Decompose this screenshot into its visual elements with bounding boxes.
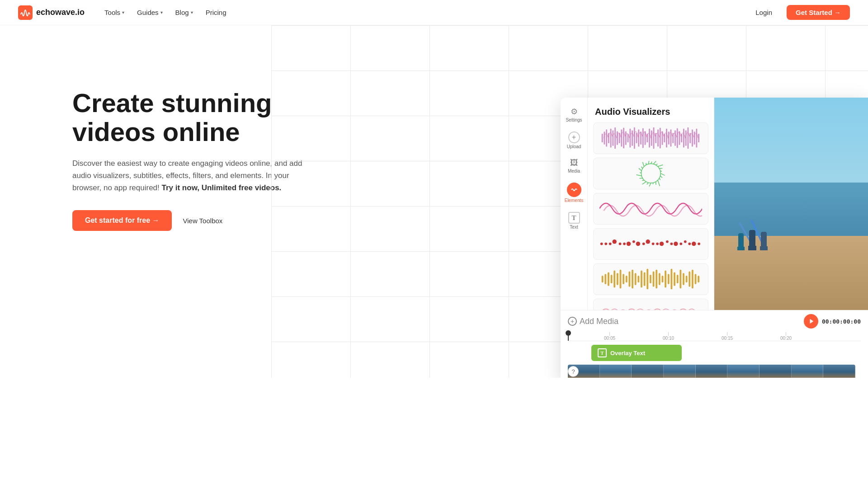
add-media-button[interactable]: + Add Media [568, 317, 618, 326]
sidebar-item-label: Upload [567, 144, 581, 149]
svg-rect-114 [661, 276, 663, 282]
view-toolbox-link[interactable]: View Toolbox [183, 217, 222, 225]
svg-rect-121 [683, 273, 684, 286]
video-preview: Beach Party [714, 98, 868, 310]
svg-rect-122 [685, 276, 687, 282]
svg-rect-39 [683, 129, 684, 148]
svg-rect-22 [646, 134, 648, 143]
tick-line [727, 332, 727, 336]
svg-rect-4 [608, 133, 609, 144]
sidebar-item-upload[interactable]: + Upload [562, 128, 586, 153]
svg-rect-29 [661, 131, 663, 145]
panel-title: Audio Visualizers [588, 98, 714, 122]
svg-rect-5 [610, 129, 611, 148]
login-button[interactable]: Login [748, 5, 779, 20]
tick-line [786, 332, 786, 336]
visualizer-bars[interactable] [593, 122, 708, 154]
svg-rect-24 [651, 131, 652, 146]
nav-guides[interactable]: Guides ▾ [132, 6, 168, 19]
svg-rect-17 [636, 133, 637, 144]
logo-icon [18, 5, 33, 20]
tick-line [609, 332, 610, 336]
nav-tools[interactable]: Tools ▾ [99, 6, 130, 19]
svg-point-47 [641, 164, 660, 183]
svg-rect-126 [698, 276, 699, 282]
time-display: 00:00:00:00 [804, 314, 861, 328]
sidebar-item-text[interactable]: T Text [562, 208, 586, 233]
play-button[interactable] [804, 314, 818, 328]
body-1 [738, 233, 744, 247]
svg-rect-8 [617, 131, 618, 145]
legs-1 [737, 247, 745, 250]
strip-frame [632, 365, 664, 378]
logo[interactable]: echowave.io [18, 5, 85, 20]
hero-section: Create stunning videos online Discover t… [0, 25, 868, 378]
svg-point-80 [636, 242, 640, 246]
strip-frame [696, 365, 728, 378]
svg-rect-10 [621, 130, 622, 147]
visualizer-dots[interactable] [593, 228, 708, 260]
svg-rect-109 [646, 269, 648, 290]
svg-rect-32 [668, 132, 669, 145]
nav-pricing[interactable]: Pricing [200, 6, 232, 19]
svg-rect-103 [628, 272, 630, 287]
svg-line-67 [638, 169, 642, 171]
nav-blog[interactable]: Blog ▾ [170, 6, 198, 19]
svg-point-76 [618, 243, 621, 245]
sidebar-item-label: Elements [565, 198, 584, 203]
svg-rect-124 [692, 270, 693, 289]
svg-rect-110 [650, 275, 651, 284]
svg-rect-31 [666, 129, 667, 148]
strip-frame [727, 365, 760, 378]
tick-label: 00:05 [604, 336, 615, 341]
play-icon [809, 319, 814, 324]
svg-point-91 [688, 243, 691, 245]
nav-right: Login Get Started → [748, 5, 850, 20]
sidebar: ⚙ Settings + Upload 🖼 Media Elements [561, 98, 588, 310]
svg-rect-45 [696, 129, 697, 148]
upload-icon: + [568, 131, 580, 143]
svg-point-90 [684, 240, 687, 243]
svg-line-54 [660, 174, 665, 176]
nav-left: echowave.io Tools ▾ Guides ▾ Blog ▾ Pric… [18, 5, 232, 20]
help-button[interactable]: ? [568, 366, 579, 377]
timecode: 00:00:00:00 [822, 318, 861, 325]
svg-rect-125 [694, 274, 696, 285]
strip-frame [600, 365, 632, 378]
get-started-hero-button[interactable]: Get started for free → [72, 210, 172, 231]
svg-rect-96 [608, 272, 609, 286]
svg-rect-44 [693, 132, 695, 145]
svg-rect-123 [689, 272, 690, 287]
legs-3 [760, 246, 768, 250]
svg-rect-99 [617, 273, 618, 286]
wave-icon [571, 186, 578, 193]
svg-rect-0 [18, 5, 33, 20]
sidebar-item-media[interactable]: 🖼 Media [562, 155, 586, 177]
visualizer-sine[interactable] [593, 193, 708, 225]
hero-title: Create stunning videos online [72, 89, 307, 146]
beach-figures [737, 230, 768, 250]
svg-point-81 [642, 243, 645, 245]
text-icon: T [568, 212, 580, 224]
get-started-nav-button[interactable]: Get Started → [787, 5, 850, 20]
svg-rect-25 [653, 127, 654, 149]
svg-rect-117 [670, 269, 672, 290]
visualizer-circle[interactable] [593, 158, 708, 189]
svg-rect-95 [604, 274, 606, 285]
svg-rect-40 [685, 131, 686, 146]
svg-rect-118 [674, 272, 675, 286]
svg-rect-105 [634, 273, 636, 286]
dots-viz [599, 230, 703, 258]
svg-rect-38 [681, 134, 682, 143]
sidebar-item-settings[interactable]: ⚙ Settings [562, 103, 586, 126]
body-3 [761, 232, 767, 246]
svg-point-77 [623, 243, 626, 245]
visualizer-gold[interactable] [593, 263, 708, 295]
gold-viz [599, 265, 703, 293]
gear-icon: ⚙ [571, 107, 578, 117]
visualizer-double-sine[interactable] [593, 299, 708, 310]
svg-point-73 [604, 243, 607, 245]
svg-rect-7 [614, 127, 616, 149]
sidebar-item-elements[interactable]: Elements [562, 179, 586, 206]
overlay-text-track[interactable]: T Overlay Text [591, 345, 682, 361]
